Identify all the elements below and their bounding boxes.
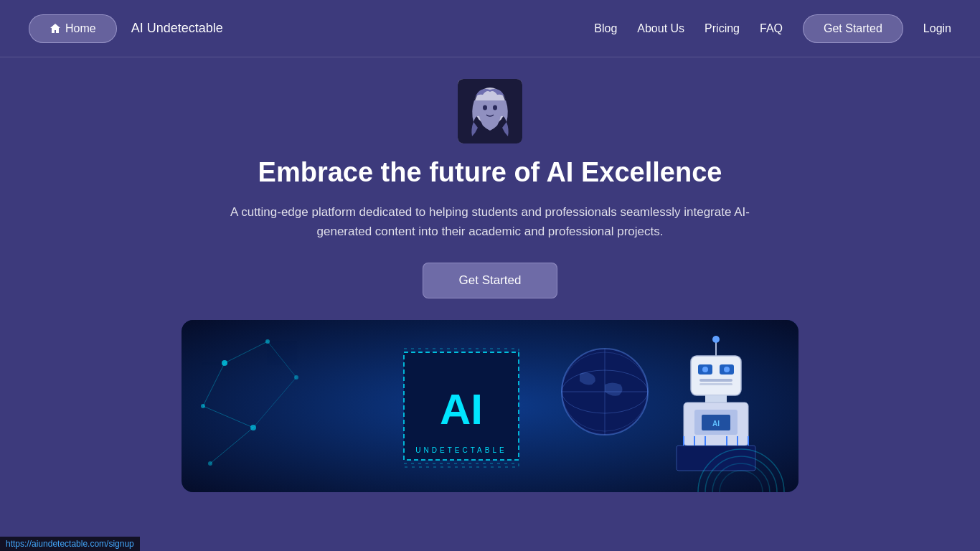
svg-point-31 [702,367,708,372]
svg-line-16 [253,377,296,428]
svg-rect-38 [684,402,748,446]
nav-link-pricing[interactable]: Pricing [705,22,740,35]
svg-point-49 [698,449,784,492]
status-bar-url: https://aiundetectable.com/signup [6,539,134,549]
svg-point-7 [201,404,205,408]
svg-line-15 [268,342,296,377]
svg-point-52 [720,471,763,492]
svg-point-8 [250,425,256,430]
svg-text:AI: AI [440,385,483,433]
nav-right: Blog About Us Pricing FAQ Get Started Lo… [594,14,951,43]
hero-logo-image [458,79,522,143]
svg-rect-34 [699,383,732,385]
svg-line-14 [210,428,253,463]
hero-banner: AI UNDETECTABLE [182,320,798,492]
svg-point-32 [724,367,730,372]
nav-left: Home AI Undetectable [29,14,223,43]
hero-logo [458,79,522,143]
home-button[interactable]: Home [29,14,117,43]
svg-line-13 [203,406,253,428]
svg-line-12 [203,363,225,406]
svg-rect-30 [720,364,734,375]
hero-get-started-button[interactable]: Get Started [423,263,558,298]
svg-rect-4 [182,320,798,492]
nav-login-link[interactable]: Login [923,22,951,35]
svg-rect-28 [691,356,741,395]
svg-point-51 [712,463,770,492]
svg-rect-40 [702,415,730,430]
svg-rect-29 [698,364,712,375]
status-bar: https://aiundetectable.com/signup [0,537,140,551]
svg-point-22 [562,349,648,435]
svg-point-6 [265,339,270,344]
nav-link-about[interactable]: About Us [637,22,684,35]
svg-point-10 [294,375,298,380]
svg-point-2 [483,105,487,110]
nav-link-blog[interactable]: Blog [594,22,617,35]
logo-text: AI Undetectable [131,21,223,36]
home-label: Home [65,22,96,35]
svg-rect-37 [705,395,727,402]
svg-point-5 [222,360,227,366]
svg-point-24 [562,370,648,413]
nav-get-started-button[interactable]: Get Started [803,14,903,43]
svg-text:UNDETECTABLE: UNDETECTABLE [415,446,507,454]
svg-point-9 [208,461,212,466]
svg-rect-19 [404,463,519,467]
svg-point-23 [562,349,648,435]
svg-point-25 [562,352,648,431]
svg-text:AI: AI [712,420,720,428]
hero-title: Embrace the future of AI Excellence [258,156,722,189]
navbar: Home AI Undetectable Blog About Us Prici… [0,0,980,57]
svg-rect-17 [404,352,519,460]
hero-subtitle: A cutting-edge platform dedicated to hel… [210,202,770,241]
svg-line-11 [225,342,268,363]
svg-rect-42 [677,446,755,471]
svg-point-3 [493,105,497,110]
hero-section: Embrace the future of AI Excellence A cu… [0,57,980,492]
svg-rect-39 [694,410,738,435]
svg-rect-33 [699,379,732,382]
banner-bg-lines: AI UNDETECTABLE [182,320,798,492]
svg-point-50 [705,456,777,492]
home-icon [50,23,61,34]
nav-link-faq[interactable]: FAQ [760,22,783,35]
banner-inner: AI UNDETECTABLE [182,320,798,492]
svg-point-36 [712,336,720,343]
svg-rect-18 [404,349,519,352]
